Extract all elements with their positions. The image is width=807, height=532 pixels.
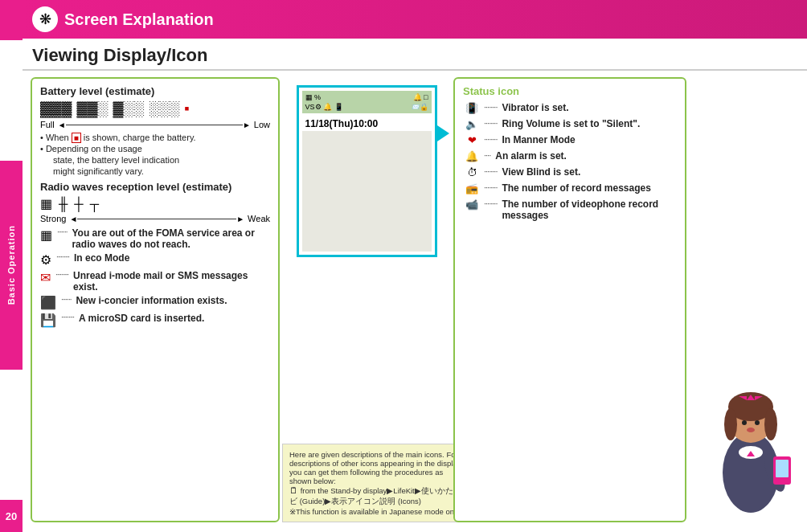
left-item-1: ⚙ ········· In eco Mode [40, 252, 270, 268]
battery-bullet-4: might significantly vary. [40, 166, 270, 176]
status-desc-4: View Blind is set. [502, 166, 677, 178]
status-dots-2: ········ [484, 134, 497, 144]
phone-arrow [435, 124, 449, 143]
videophone-messages-icon: 📹 [463, 198, 481, 211]
header-bar: ❋ Screen Explanation [23, 0, 807, 39]
info-box-procedure: from the Stand-by display▶LifeKit▶使いかたナビ… [289, 486, 461, 505]
phone-battery-icon: 🔔 □ [413, 93, 428, 101]
status-desc-2: In Manner Mode [502, 134, 677, 145]
battery-icon-full: ▓▓▓ [40, 100, 72, 117]
status-dots-3: ···· [484, 150, 490, 160]
phone-display: ▦ % 🔔 □ VS⚙ 🔔 📱 📨🔒 11/18(Thu)10:00 [297, 85, 437, 257]
middle-panel: ▦ % 🔔 □ VS⚙ 🔔 📱 📨🔒 11/18(Thu)10:00 Here … [286, 77, 447, 522]
signal-label-row: Strong ◄ ► Weak [40, 214, 270, 223]
svg-point-4 [764, 408, 777, 440]
status-desc-3: An alarm is set. [495, 150, 677, 162]
manner-mode-icon: ❤ [463, 134, 481, 146]
signal-icon-strong: ▦ [40, 196, 52, 211]
flower-icon: ❋ [32, 6, 58, 32]
battery-icon-4: ░░░ [149, 100, 179, 117]
battery-icon-2: ▓▓░ [76, 100, 108, 117]
strong-label: Strong [40, 214, 66, 223]
status-title: Status icon [463, 85, 677, 97]
radio-section-title: Radio waves reception level (estimate) [40, 181, 270, 193]
battery-bullet-2: • Depending on the usage [40, 144, 270, 153]
left-item-2-icon: ✉ [40, 270, 51, 285]
svg-point-3 [724, 408, 737, 440]
phone-body [302, 131, 432, 252]
svg-rect-13 [776, 460, 789, 477]
left-item-3-text: New i-concier information exists. [76, 295, 227, 306]
low-label: Low [254, 120, 270, 129]
alarm-icon: 🔔 [463, 150, 481, 162]
battery-bullet-1: • When ■ is shown, charge the battery. [40, 133, 270, 142]
phone-status-area: ▦ % 🔔 □ VS⚙ 🔔 📱 📨🔒 [302, 91, 432, 113]
signal-icon-3: ┼ [74, 197, 83, 211]
page-title-bar: Viewing Display/Icon [23, 39, 807, 71]
left-item-3-icon: ⬛ [40, 295, 56, 310]
left-item-4-icon: 💾 [40, 313, 56, 328]
battery-icons-row: ▓▓▓ ▓▓░ ▓░░ ░░░ ▪ [40, 100, 270, 117]
signal-icons-row: ▦ ╫ ┼ ┬ [40, 196, 270, 211]
record-messages-icon: 📻 [463, 182, 481, 194]
main-content: ❋ Screen Explanation Viewing Display/Ico… [23, 0, 807, 532]
phone-datetime: 11/18(Thu)10:00 [302, 115, 432, 131]
status-desc-6: The number of videophone record messages [502, 198, 677, 221]
status-item-2: ❤ ········ In Manner Mode [463, 134, 677, 146]
left-item-4: 💾 ········· A microSD card is inserted. [40, 313, 270, 328]
status-item-4: ⏱ ········ View Blind is set. [463, 166, 677, 178]
phone-mode-icon: VS⚙ 🔔 📱 [305, 103, 343, 111]
status-dots-0: ········ [484, 102, 497, 112]
phone-signal-icon: ▦ % [305, 93, 322, 101]
full-label: Full [40, 120, 55, 129]
info-box: Here are given descriptions of the main … [282, 444, 471, 522]
status-item-6: 📹 ········ The number of videophone reco… [463, 198, 677, 221]
left-item-2-text: Unread i-mode mail or SMS messages exist… [73, 270, 270, 293]
left-item-0-icon: ▦ [40, 227, 52, 243]
info-box-note: ※This function is available in Japanese … [289, 507, 461, 516]
battery-arrow: ◄ ► [58, 121, 251, 129]
page-title: Viewing Display/Icon [32, 45, 207, 65]
sidebar-label-container: Basic Operation [0, 161, 23, 370]
info-box-icon: 🗒 [289, 485, 298, 495]
signal-arrow: ◄ ► [69, 215, 244, 223]
left-sidebar: Basic Operation 20 [0, 0, 23, 532]
info-box-text: Here are given descriptions of the main … [289, 450, 462, 485]
status-item-3: 🔔 ···· An alarm is set. [463, 150, 677, 162]
svg-point-6 [755, 420, 760, 425]
status-item-0: 📳 ········ Vibrator is set. [463, 102, 677, 114]
battery-bullet-3: state, the battery level indication [40, 155, 270, 165]
vibrator-icon: 📳 [463, 102, 481, 114]
left-item-4-text: A microSD card is inserted. [79, 313, 204, 324]
status-desc-5: The number of record messages [502, 182, 677, 194]
battery-icon-low: ▪ [184, 100, 189, 117]
signal-icon-4: ┬ [90, 197, 99, 211]
status-dots-6: ········ [484, 198, 497, 208]
content-area: Battery level (estimate) ▓▓▓ ▓▓░ ▓░░ ░░░… [23, 71, 807, 529]
battery-section-title: Battery level (estimate) [40, 85, 270, 97]
right-panel: Status icon 📳 ········ Vibrator is set. … [453, 77, 686, 522]
page-number: 20 [0, 500, 23, 532]
ring-volume-icon: 🔈 [463, 118, 481, 130]
status-item-5: 📻 ········ The number of record messages [463, 182, 677, 194]
left-item-0: ▦ ······· You are out of the FOMA servic… [40, 227, 270, 250]
status-dots-4: ········ [484, 166, 497, 176]
sidebar-top-accent [0, 0, 23, 40]
status-dots-1: ········ [484, 118, 497, 128]
status-dots-5: ········ [484, 182, 497, 192]
svg-point-5 [742, 420, 747, 425]
character-illustration [703, 376, 799, 521]
battery-label-row: Full ◄ ► Low [40, 120, 270, 129]
left-item-1-text: In eco Mode [74, 252, 129, 264]
left-item-2: ✉ ········· Unread i-mode mail or SMS me… [40, 270, 270, 293]
character-svg [703, 376, 799, 521]
battery-icon-3: ▓░░ [113, 100, 144, 117]
left-panel: Battery level (estimate) ▓▓▓ ▓▓░ ▓░░ ░░░… [31, 77, 280, 522]
view-blind-icon: ⏱ [463, 166, 481, 178]
signal-icon-2: ╫ [59, 197, 68, 211]
left-item-3: ⬛ ······· New i-concier information exis… [40, 295, 270, 310]
weak-label: Weak [248, 214, 270, 223]
status-item-1: 🔈 ········ Ring Volume is set to "Silent… [463, 118, 677, 130]
phone-mail-icon: 📨🔒 [411, 103, 428, 111]
header-title: Screen Explanation [64, 10, 214, 29]
